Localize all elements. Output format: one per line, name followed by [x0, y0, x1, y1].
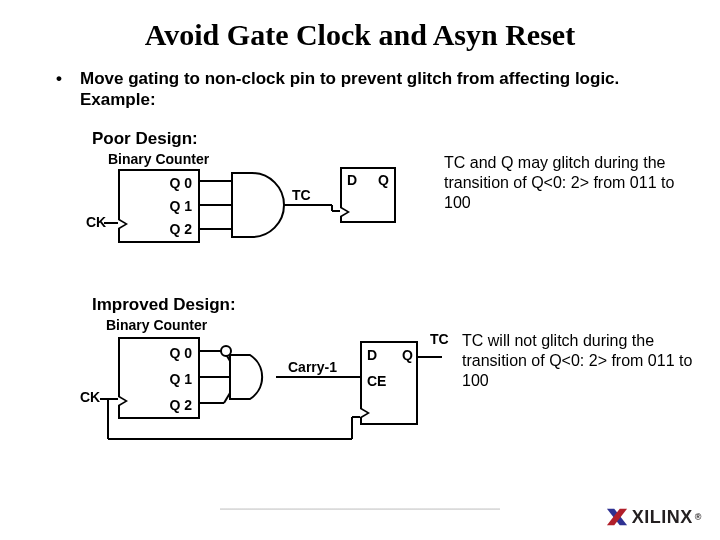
poor-design-heading: Poor Design: [0, 129, 720, 149]
improved-design-diagram: Binary Counter CK Q 0 Q 1 Q 2 Carry-1 D … [0, 317, 720, 457]
q-pin-label: Q [378, 172, 389, 188]
d-flipflop: D Q [340, 167, 396, 223]
poor-design-note: TC and Q may glitch during the transitio… [444, 153, 694, 213]
tc-label: TC [430, 331, 449, 347]
ce-pin-label: CE [367, 373, 386, 389]
carry-label: Carry-1 [288, 359, 337, 375]
xilinx-logo: XILINX® [606, 506, 702, 528]
d-pin-label: D [367, 347, 377, 363]
d-flipflop-ce: D Q CE [360, 341, 418, 425]
poor-design-diagram: Binary Counter CK Q 0 Q 1 Q 2 TC D Q TC … [0, 151, 720, 281]
clock-triangle-icon [340, 206, 350, 218]
footer-rule [220, 508, 500, 510]
q-pin-label: Q [402, 347, 413, 363]
page-title: Avoid Gate Clock and Asyn Reset [0, 0, 720, 62]
tc-label: TC [292, 187, 311, 203]
improved-design-heading: Improved Design: [0, 295, 720, 315]
xilinx-logo-text: XILINX [632, 507, 693, 528]
bullet-dot: • [56, 68, 80, 111]
clock-triangle-icon [360, 407, 370, 419]
xilinx-logo-icon [606, 506, 628, 528]
bullet-text: Move gating to non-clock pin to prevent … [80, 68, 680, 111]
registered-mark: ® [695, 512, 702, 522]
improved-design-note: TC will not glitch during the transition… [462, 331, 712, 391]
svg-point-17 [221, 346, 231, 356]
d-pin-label: D [347, 172, 357, 188]
bullet-item: • Move gating to non-clock pin to preven… [0, 62, 720, 115]
